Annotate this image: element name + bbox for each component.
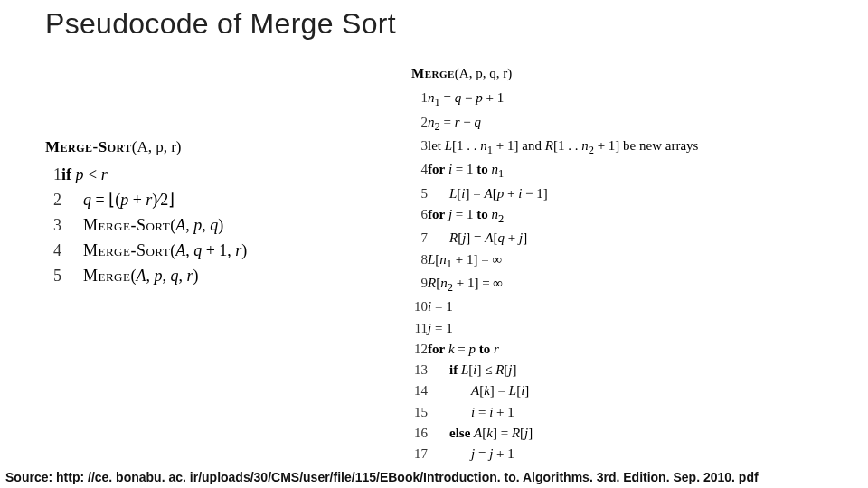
mergesort-header: Merge-Sort(A, p, r) xyxy=(45,136,247,159)
code-text: Merge-Sort(A, p, q) xyxy=(61,213,247,239)
code-line: 3Merge-Sort(A, p, q) xyxy=(45,213,247,239)
line-number: 9 xyxy=(411,273,428,296)
line-number: 5 xyxy=(411,183,428,204)
code-text: Merge(A, p, q, r) xyxy=(61,264,247,289)
code-line: 16else A[k] = R[j] xyxy=(411,423,698,444)
merge-block: Merge(A, p, q, r) 1n1 = q − p + 12n2 = r… xyxy=(411,63,698,465)
code-line: 1n1 = q − p + 1 xyxy=(411,88,698,111)
source-citation: Source: http: //ce. bonabu. ac. ir/uploa… xyxy=(5,470,863,484)
code-text: for k = p to r xyxy=(428,339,698,360)
code-line: 4for i = 1 to n1 xyxy=(411,159,698,183)
line-number: 4 xyxy=(411,159,428,183)
mergesort-code: 1if p < r2q = ⌊(p + r)∕2⌋3Merge-Sort(A, … xyxy=(45,163,247,288)
line-number: 1 xyxy=(411,88,428,111)
line-number: 1 xyxy=(45,163,61,188)
code-text: R[n2 + 1] = ∞ xyxy=(428,273,698,296)
line-number: 4 xyxy=(45,239,61,264)
code-text: if L[i] ≤ R[j] xyxy=(428,360,698,380)
merge-proc-args: (A, p, q, r) xyxy=(455,66,512,80)
code-line: 11j = 1 xyxy=(411,318,698,339)
code-text: i = 1 xyxy=(428,296,698,317)
code-line: 2n2 = r − q xyxy=(411,112,698,136)
code-text: else A[k] = R[j] xyxy=(428,423,698,444)
code-text: R[j] = A[q + j] xyxy=(428,228,698,249)
code-line: 1if p < r xyxy=(45,163,247,188)
line-number: 3 xyxy=(45,213,61,239)
code-text: if p < r xyxy=(61,163,247,188)
code-text: n2 = r − q xyxy=(428,112,698,136)
code-line: 9R[n2 + 1] = ∞ xyxy=(411,273,698,296)
code-text: for j = 1 to n2 xyxy=(428,204,698,228)
line-number: 14 xyxy=(411,380,428,401)
merge-proc-name: Merge xyxy=(411,66,455,80)
line-number: 10 xyxy=(411,296,428,317)
code-text: L[i] = A[p + i − 1] xyxy=(428,183,698,204)
line-number: 17 xyxy=(411,444,428,465)
line-number: 3 xyxy=(411,136,428,159)
code-line: 10i = 1 xyxy=(411,296,698,317)
line-number: 2 xyxy=(411,112,428,136)
code-line: 5L[i] = A[p + i − 1] xyxy=(411,183,698,204)
code-line: 6for j = 1 to n2 xyxy=(411,204,698,228)
code-line: 14A[k] = L[i] xyxy=(411,380,698,401)
line-number: 12 xyxy=(411,339,428,360)
mergesort-block: Merge-Sort(A, p, r) 1if p < r2q = ⌊(p + … xyxy=(45,136,247,289)
line-number: 8 xyxy=(411,249,428,273)
line-number: 5 xyxy=(45,264,61,289)
code-line: 7R[j] = A[q + j] xyxy=(411,228,698,249)
code-line: 5Merge(A, p, q, r) xyxy=(45,264,247,289)
code-text: for i = 1 to n1 xyxy=(428,159,698,183)
code-text: let L[1 . . n1 + 1] and R[1 . . n2 + 1] … xyxy=(428,136,698,159)
page-title: Pseudocode of Merge Sort xyxy=(45,7,396,41)
merge-header: Merge(A, p, q, r) xyxy=(411,63,698,84)
line-number: 16 xyxy=(411,423,428,444)
code-line: 12for k = p to r xyxy=(411,339,698,360)
slide: Pseudocode of Merge Sort Merge-Sort(A, p… xyxy=(0,0,868,488)
line-number: 2 xyxy=(45,188,61,213)
code-text: Merge-Sort(A, q + 1, r) xyxy=(61,239,247,264)
line-number: 6 xyxy=(411,204,428,228)
line-number: 15 xyxy=(411,402,428,423)
code-line: 15i = i + 1 xyxy=(411,402,698,423)
code-text: n1 = q − p + 1 xyxy=(428,88,698,111)
merge-code: 1n1 = q − p + 12n2 = r − q3let L[1 . . n… xyxy=(411,88,698,465)
code-line: 8L[n1 + 1] = ∞ xyxy=(411,249,698,273)
code-text: j = j + 1 xyxy=(428,444,698,465)
code-line: 2q = ⌊(p + r)∕2⌋ xyxy=(45,188,247,213)
line-number: 7 xyxy=(411,228,428,249)
line-number: 13 xyxy=(411,360,428,380)
code-line: 17j = j + 1 xyxy=(411,444,698,465)
code-text: i = i + 1 xyxy=(428,402,698,423)
code-text: q = ⌊(p + r)∕2⌋ xyxy=(61,188,247,213)
mergesort-proc-name: Merge-Sort xyxy=(45,138,132,155)
code-text: A[k] = L[i] xyxy=(428,380,698,401)
code-line: 13if L[i] ≤ R[j] xyxy=(411,360,698,380)
mergesort-proc-args: (A, p, r) xyxy=(132,138,182,155)
code-text: L[n1 + 1] = ∞ xyxy=(428,249,698,273)
code-line: 4Merge-Sort(A, q + 1, r) xyxy=(45,239,247,264)
line-number: 11 xyxy=(411,318,428,339)
code-text: j = 1 xyxy=(428,318,698,339)
code-line: 3let L[1 . . n1 + 1] and R[1 . . n2 + 1]… xyxy=(411,136,698,159)
